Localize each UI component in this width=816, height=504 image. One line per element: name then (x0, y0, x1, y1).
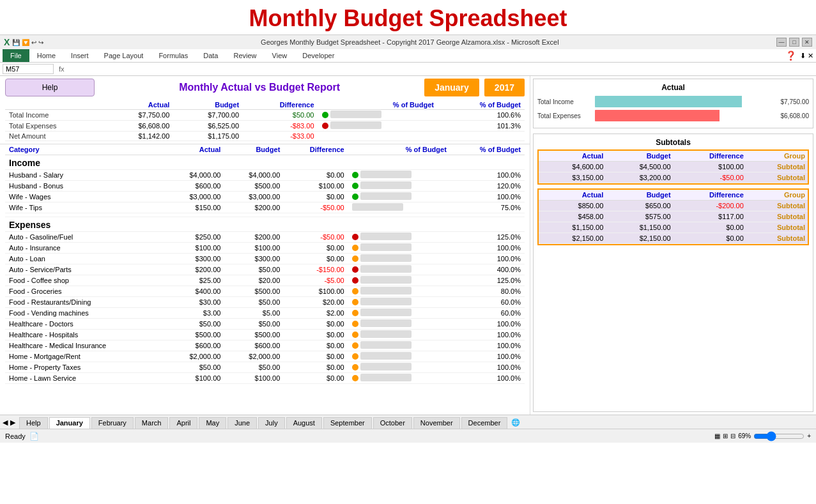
row-actual: $50.00 (165, 319, 224, 330)
row-pct: 100.0% (450, 319, 525, 330)
tab-developer[interactable]: Developer (295, 49, 342, 62)
row-budget: $500.00 (224, 286, 284, 297)
row-bar (348, 170, 450, 181)
tab-page-layout[interactable]: Page Layout (96, 49, 151, 62)
income-chart-label: Total Income (537, 98, 595, 105)
row-budget: $50.00 (224, 362, 284, 373)
list-item: Healthcare - Medical Insurance $600.00 $… (5, 340, 525, 351)
tab-july[interactable]: July (258, 417, 285, 429)
row-budget: $100.00 (224, 373, 284, 384)
tab-august[interactable]: August (286, 417, 322, 429)
bar-track (360, 298, 412, 305)
sub-col-diff: Difference (674, 151, 746, 162)
row-diff: $2.00 (284, 308, 348, 319)
cell-ref-box[interactable]: M57 (3, 64, 54, 74)
zoom-slider[interactable] (753, 432, 804, 441)
tab-data[interactable]: Data (196, 49, 226, 62)
view-layout-icon[interactable]: ⊞ (723, 432, 728, 439)
detail-col-diff: Difference (284, 144, 348, 155)
row-label: Auto - Service/Parts (5, 264, 165, 275)
sub-group: Subtotal (746, 211, 808, 222)
row-pct: 100.0% (450, 254, 525, 264)
tab-view[interactable]: View (265, 49, 295, 62)
sub-diff: -$50.00 (674, 172, 746, 183)
ribbon-tabs: File Home Insert Page Layout Formulas Da… (0, 49, 816, 63)
summary-net-actual: $1,142.00 (104, 132, 174, 141)
tab-formulas[interactable]: Formulas (151, 49, 196, 62)
indicator-dot (352, 277, 358, 284)
row-actual: $2,000.00 (165, 351, 224, 362)
row-diff: $0.00 (284, 192, 348, 202)
sheet-tabs: ◀ ▶ Help January February March April Ma… (0, 415, 816, 429)
subtotal-row: $4,600.00 $4,500.00 $100.00 Subtotal (539, 162, 808, 172)
tab-november[interactable]: November (413, 417, 460, 429)
row-diff: $0.00 (284, 340, 348, 351)
row-actual: $150.00 (165, 202, 224, 213)
tab-march[interactable]: March (135, 417, 169, 429)
tab-insert[interactable]: Insert (63, 49, 96, 62)
maximize-btn[interactable]: □ (789, 38, 799, 47)
left-panel: Help Monthly Actual vs Budget Report Jan… (0, 76, 530, 415)
expenses-chart-value: $6,608.00 (771, 112, 809, 119)
tab-september[interactable]: September (323, 417, 372, 429)
tab-review[interactable]: Review (226, 49, 264, 62)
view-normal-icon[interactable]: ▦ (714, 432, 720, 439)
row-label: Food - Coffee shop (5, 275, 165, 286)
bar-track (360, 374, 412, 381)
tab-february[interactable]: February (91, 417, 134, 429)
tab-file[interactable]: File (3, 49, 29, 62)
tab-april[interactable]: April (169, 417, 197, 429)
row-bar (348, 362, 450, 373)
row-label: Food - Groceries (5, 286, 165, 297)
row-bar (348, 319, 450, 330)
row-actual: $100.00 (165, 243, 224, 254)
summary-expenses-diff: -$83.00 (243, 121, 318, 132)
row-pct: 100.0% (450, 373, 525, 384)
tab-june[interactable]: June (227, 417, 257, 429)
income-chart-row: Total Income $7,750.00 (537, 96, 809, 107)
close-btn[interactable]: ✕ (802, 38, 812, 47)
right-panel: Actual Total Income $7,750.00 Total Expe… (530, 76, 816, 415)
tab-help[interactable]: Help (19, 417, 48, 429)
scroll-tabs-left[interactable]: ◀ (3, 418, 8, 427)
tab-january[interactable]: January (49, 417, 90, 429)
row-pct: 100.0% (450, 351, 525, 362)
tab-october[interactable]: October (373, 417, 412, 429)
tab-may[interactable]: May (199, 417, 226, 429)
minimize-btn[interactable]: — (776, 38, 787, 47)
formula-input[interactable] (70, 65, 813, 73)
row-label: Healthcare - Hospitals (5, 330, 165, 340)
indicator-dot (352, 332, 358, 338)
income-subtotals-box: Actual Budget Difference Group $4,600.00… (537, 149, 809, 185)
summary-income-label: Total Income (5, 110, 104, 121)
row-actual: $3.00 (165, 308, 224, 319)
help-icon[interactable]: ❓ (785, 50, 796, 61)
sub-col-budget: Budget (606, 151, 673, 162)
zoom-in-icon[interactable]: + (807, 432, 811, 439)
indicator-dot (352, 194, 358, 200)
view-break-icon[interactable]: ⊟ (730, 432, 735, 439)
summary-expenses-budget: $6,525.00 (173, 121, 243, 132)
list-item: Husband - Salary $4,000.00 $4,000.00 $0.… (5, 170, 525, 181)
bar-track (360, 181, 412, 189)
page-view-icon[interactable]: 📄 (29, 432, 39, 441)
summary-row-net: Net Amount $1,142.00 $1,175.00 -$33.00 (5, 132, 525, 141)
sub-group: Subtotal (746, 172, 808, 183)
help-button[interactable]: Help (5, 79, 95, 96)
summary-expenses-actual: $6,608.00 (104, 121, 174, 132)
new-sheet-icon[interactable]: 🌐 (511, 418, 520, 427)
scroll-tabs-right[interactable]: ▶ (10, 418, 15, 427)
row-pct: 100.0% (450, 192, 525, 202)
summary-col-pct1: % of Budget (318, 100, 438, 110)
row-label: Husband - Bonus (5, 181, 165, 192)
tab-home[interactable]: Home (29, 49, 63, 62)
row-pct: 125.0% (450, 232, 525, 243)
summary-income-pct: 100.6% (438, 110, 525, 121)
row-diff: $0.00 (284, 351, 348, 362)
expenses-section-header: Expenses (5, 217, 525, 232)
row-diff: $0.00 (284, 373, 348, 384)
tab-december[interactable]: December (461, 417, 508, 429)
title-bar-left: X 💾 🔽 ↩ ↪ (4, 37, 43, 47)
row-actual: $200.00 (165, 264, 224, 275)
spreadsheet-area: Help Monthly Actual vs Budget Report Jan… (0, 76, 816, 415)
